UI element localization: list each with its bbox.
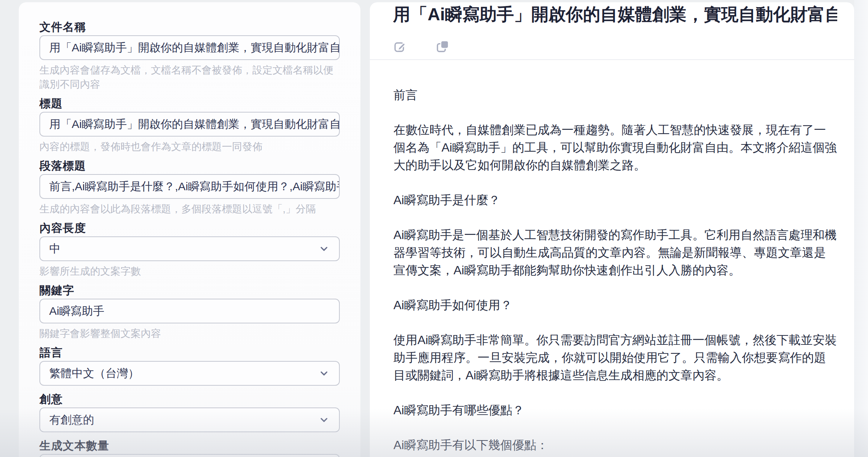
- keywords-value: Ai瞬寫助手: [49, 304, 104, 319]
- edit-button[interactable]: [393, 39, 407, 54]
- title-input[interactable]: 用「Ai瞬寫助手」開啟你的自媒體創業，實現自動化財富自由！: [39, 112, 340, 137]
- content-length-helper: 影響所生成的文案字數: [39, 264, 340, 278]
- language-select[interactable]: 繁體中文（台灣）: [39, 361, 340, 386]
- keywords-helper: 關鍵字會影響整個文案內容: [39, 326, 340, 341]
- field-document-name: 文件名稱 用「Ai瞬寫助手」開啟你的自媒體創業，實現自動化財富自由！ 生成內容會…: [39, 21, 340, 92]
- paragraph-titles-label: 段落標題: [39, 160, 340, 172]
- language-value: 繁體中文（台灣）: [49, 366, 139, 381]
- edit-icon: [393, 39, 407, 54]
- preview-toolbar: [393, 39, 837, 54]
- paragraph-titles-input[interactable]: 前言,Ai瞬寫助手是什麼？,Ai瞬寫助手如何使用？,Ai瞬寫助手有哪些優點: [39, 174, 340, 199]
- document-name-input[interactable]: 用「Ai瞬寫助手」開啟你的自媒體創業，實現自動化財富自由！: [39, 35, 340, 60]
- title-label: 標題: [39, 98, 340, 110]
- field-title: 標題 用「Ai瞬寫助手」開啟你的自媒體創業，實現自動化財富自由！ 內容的標題，發…: [39, 98, 340, 154]
- keywords-label: 關鍵字: [39, 284, 340, 296]
- preview-block: Ai瞬寫助手是一個基於人工智慧技術開發的寫作助手工具。它利用自然語言處理和機器學…: [393, 226, 837, 279]
- language-label: 語言: [39, 347, 340, 359]
- content-length-select[interactable]: 中: [39, 236, 340, 261]
- field-keywords: 關鍵字 Ai瞬寫助手 關鍵字會影響整個文案內容: [39, 284, 340, 341]
- preview-title: 用「Ai瞬寫助手」開啟你的自媒體創業，實現自動化財富自由！: [393, 4, 837, 25]
- chevron-down-icon: [318, 367, 330, 379]
- paragraph-titles-value: 前言,Ai瞬寫助手是什麼？,Ai瞬寫助手如何使用？,Ai瞬寫助手有哪些優點: [49, 179, 340, 194]
- title-helper: 內容的標題，發佈時也會作為文章的標題一同發佈: [39, 140, 340, 154]
- creativity-label: 創意: [39, 393, 340, 405]
- chevron-down-icon: [318, 243, 330, 255]
- preview-block: 使用Ai瞬寫助手非常簡單。你只需要訪問官方網站並註冊一個帳號，然後下載並安裝助手…: [393, 331, 837, 384]
- field-content-length: 內容長度 中 影響所生成的文案字數: [39, 222, 340, 278]
- preview-block: Ai瞬寫助手有哪些優點？: [393, 401, 837, 419]
- generate-count-label: 生成文本數量: [39, 440, 340, 452]
- field-generate-count: 生成文本數量: [39, 440, 340, 457]
- copy-button[interactable]: [436, 39, 450, 54]
- title-value: 用「Ai瞬寫助手」開啟你的自媒體創業，實現自動化財富自由！: [49, 117, 340, 132]
- document-name-helper: 生成內容會儲存為文檔，文檔名稱不會被發佈，設定文檔名稱以便識別不同內容: [39, 63, 340, 92]
- preview-block: 在數位時代，自媒體創業已成為一種趨勢。隨著人工智慧的快速發展，現在有了一個名為「…: [393, 121, 837, 174]
- generate-count-input[interactable]: [39, 454, 340, 457]
- content-length-value: 中: [49, 241, 60, 257]
- preview-body: 前言 在數位時代，自媒體創業已成為一種趨勢。隨著人工智慧的快速發展，現在有了一個…: [370, 60, 854, 454]
- preview-block: Ai瞬寫助手有以下幾個優點：: [393, 436, 837, 454]
- chevron-down-icon: [318, 414, 330, 426]
- preview-block: 前言: [393, 86, 837, 104]
- field-creativity: 創意 有創意的: [39, 393, 340, 432]
- preview-block: Ai瞬寫助手是什麼？: [393, 191, 837, 209]
- field-language: 語言 繁體中文（台灣）: [39, 347, 340, 386]
- creativity-value: 有創意的: [49, 412, 94, 428]
- document-name-value: 用「Ai瞬寫助手」開啟你的自媒體創業，實現自動化財富自由！: [49, 40, 340, 56]
- preview-block: Ai瞬寫助手如何使用？: [393, 296, 837, 314]
- copy-icon: [436, 39, 450, 54]
- paragraph-titles-helper: 生成的內容會以此為段落標題，多個段落標題以逗號「,」分隔: [39, 202, 340, 216]
- creativity-select[interactable]: 有創意的: [39, 407, 340, 432]
- content-length-label: 內容長度: [39, 222, 340, 234]
- generated-content-panel: 用「Ai瞬寫助手」開啟你的自媒體創業，實現自動化財富自由！: [370, 2, 854, 457]
- keywords-input[interactable]: Ai瞬寫助手: [39, 299, 340, 323]
- right-gutter: [854, 0, 868, 457]
- field-paragraph-titles: 段落標題 前言,Ai瞬寫助手是什麼？,Ai瞬寫助手如何使用？,Ai瞬寫助手有哪些…: [39, 160, 340, 216]
- generation-settings-panel: 文件名稱 用「Ai瞬寫助手」開啟你的自媒體創業，實現自動化財富自由！ 生成內容會…: [19, 2, 360, 457]
- document-name-label: 文件名稱: [39, 21, 340, 33]
